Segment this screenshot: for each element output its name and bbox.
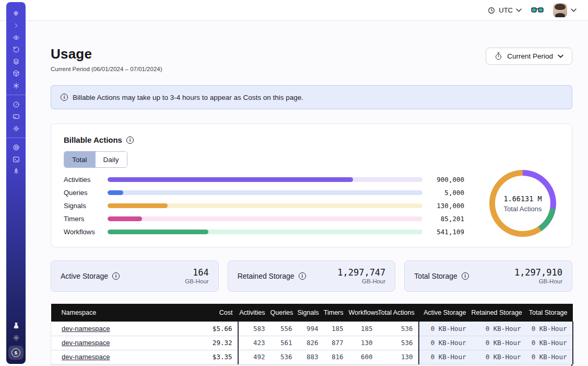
timezone-label: UTC xyxy=(499,6,513,14)
namespace-link[interactable]: dev-namespace xyxy=(62,339,110,347)
column-header-signals: Signals xyxy=(298,304,324,322)
cell-signals: 883 xyxy=(298,350,324,364)
bar-value: 130,000 xyxy=(428,202,464,210)
cell-active_storage: 0 KB-Hour xyxy=(419,350,472,364)
total-storage-card: Total Storagei 1,297,910 GB-Hour xyxy=(404,260,572,292)
bar-row: Queries5,000 xyxy=(64,190,464,195)
bar-row: Activities900,000 xyxy=(64,177,464,182)
page-title: Usage xyxy=(51,46,162,62)
banner-text: Billable Actions may take up to 3-4 hour… xyxy=(73,94,303,101)
period-dropdown-button[interactable]: Current Period xyxy=(486,48,572,65)
column-header-namespace: Namespace xyxy=(51,304,193,322)
bar-fill xyxy=(108,177,353,182)
timezone-selector[interactable]: UTC xyxy=(487,6,522,15)
cell-total_actions: 130 xyxy=(378,350,419,364)
user-menu[interactable] xyxy=(553,3,577,17)
info-icon[interactable]: i xyxy=(462,272,469,280)
getting-started-rocket-icon[interactable] xyxy=(6,165,26,177)
cell-cost: 29.32 xyxy=(193,336,238,350)
usage-dollar-nav-active[interactable]: $ xyxy=(8,346,23,360)
bar-track xyxy=(108,177,422,182)
cell-signals: 826 xyxy=(298,336,324,350)
cell-total_storage: 0 KB-Hour xyxy=(526,336,573,350)
table-row: dev-namespace$3.354925368838166001300 KB… xyxy=(51,350,573,364)
column-header-retained_storage: Retained Storage xyxy=(472,304,526,322)
column-header-workflows: Workflows xyxy=(349,304,378,322)
retained-storage-card: Retained Storagei 1,297,747 GB-Hour xyxy=(228,260,396,292)
temporal-logo-icon[interactable] xyxy=(6,7,26,19)
info-icon[interactable]: i xyxy=(126,136,134,144)
table-row: dev-namespace$5.665835569941851855360 KB… xyxy=(51,322,573,336)
sidebar-divider xyxy=(6,138,26,138)
bar-row: Workflows541,109 xyxy=(64,229,464,234)
donut-total-label: Total Actions xyxy=(504,205,542,213)
feedback-glasses-button[interactable] xyxy=(531,6,544,14)
cell-timers: 816 xyxy=(324,350,349,364)
column-header-activities: Activities xyxy=(238,304,271,322)
active-storage-label: Active Storage xyxy=(61,272,108,280)
namespaces-eye-icon[interactable] xyxy=(6,31,26,43)
period-button-label: Current Period xyxy=(507,52,553,60)
cell-total_actions: 536 xyxy=(378,322,419,336)
info-icon[interactable]: i xyxy=(61,94,68,101)
total-storage-value: 1,297,910 xyxy=(514,268,562,278)
namespace-link[interactable]: dev-namespace xyxy=(62,353,110,361)
support-lifebuoy-icon[interactable] xyxy=(6,141,26,153)
billable-bar-chart: Activities900,000Queries5,000Signals130,… xyxy=(64,177,464,234)
table-overflow-row xyxy=(51,364,572,366)
retained-storage-label: Retained Storage xyxy=(238,272,295,280)
bar-value: 541,109 xyxy=(428,228,464,236)
cell-workflows: 185 xyxy=(349,322,378,336)
cell-activities: 583 xyxy=(238,322,271,336)
avatar[interactable] xyxy=(553,3,567,17)
active-storage-unit: GB-Hour xyxy=(185,278,208,284)
theme-sun-icon[interactable] xyxy=(6,331,26,344)
bar-row: Timers85,201 xyxy=(64,216,464,221)
history-icon[interactable] xyxy=(6,43,26,55)
column-header-queries: Queries xyxy=(271,304,298,322)
cell-queries: 556 xyxy=(271,322,298,336)
expand-chevron-icon[interactable] xyxy=(6,19,26,31)
info-icon[interactable]: i xyxy=(112,272,120,280)
column-header-timers: Timers xyxy=(324,304,349,322)
cell-retained_storage: 0 KB-Hour xyxy=(472,336,526,350)
namespace-link[interactable]: dev-namespace xyxy=(62,325,110,333)
cell-cost: $5.66 xyxy=(193,322,238,336)
settings-gear-icon[interactable] xyxy=(6,122,26,134)
namespace-usage-table: NamespaceCostActivitiesQueriesSignalsTim… xyxy=(51,304,572,366)
tab-daily[interactable]: Daily xyxy=(95,152,127,167)
retained-storage-value: 1,297,747 xyxy=(337,268,385,278)
cell-timers: 185 xyxy=(324,322,349,336)
cell-cost: $3.35 xyxy=(193,350,238,364)
bar-track xyxy=(108,216,422,221)
bar-label: Queries xyxy=(64,189,102,197)
cell-retained_storage: 0 KB-Hour xyxy=(472,350,526,364)
cell-timers: 877 xyxy=(324,336,349,350)
chevron-down-icon xyxy=(571,8,577,12)
bar-fill xyxy=(108,203,168,208)
usage-gauge-icon[interactable] xyxy=(6,98,26,110)
retained-storage-unit: GB-Hour xyxy=(337,278,385,284)
column-header-total_storage: Total Storage xyxy=(526,304,573,322)
info-icon[interactable]: i xyxy=(299,272,306,280)
labs-flask-icon[interactable] xyxy=(6,319,26,331)
billing-card-icon[interactable] xyxy=(6,110,26,122)
column-header-active_storage: Active Storage xyxy=(419,304,472,322)
layers-icon[interactable] xyxy=(6,55,26,67)
total-storage-unit: GB-Hour xyxy=(514,278,562,284)
table-header-row: NamespaceCostActivitiesQueriesSignalsTim… xyxy=(51,304,573,322)
bar-fill xyxy=(108,190,123,195)
storage-summary-row: Active Storagei 164 GB-Hour Retained Sto… xyxy=(51,260,572,292)
bar-label: Signals xyxy=(64,202,102,210)
asterisk-icon[interactable] xyxy=(6,79,26,92)
tab-total[interactable]: Total xyxy=(64,152,95,167)
cell-active_storage: 0 KB-Hour xyxy=(419,322,472,336)
bar-track xyxy=(108,203,422,208)
billable-view-tabs: Total Daily xyxy=(64,151,127,168)
billable-actions-card: Billable Actions i Total Daily Activitie… xyxy=(51,123,572,247)
nexus-cube-icon[interactable] xyxy=(6,67,26,79)
chevron-down-icon xyxy=(516,8,522,12)
cli-terminal-icon[interactable] xyxy=(6,153,26,165)
cell-queries: 536 xyxy=(271,350,298,364)
cell-activities: 492 xyxy=(238,350,271,364)
